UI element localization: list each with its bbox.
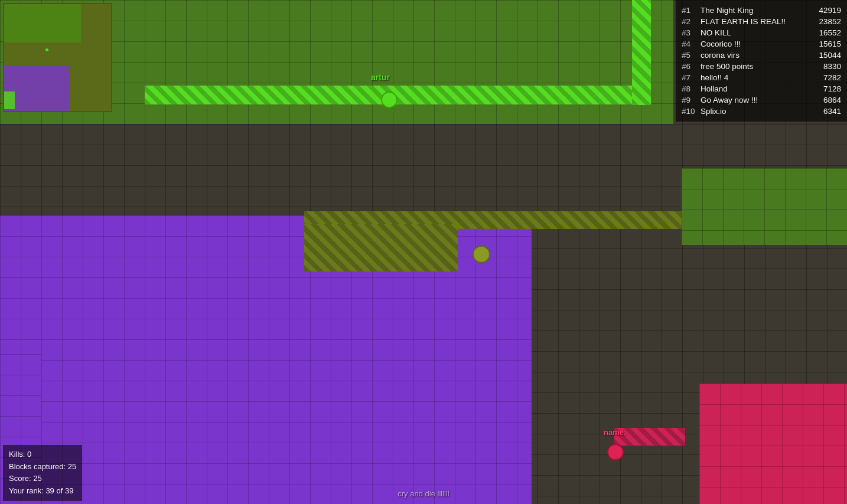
leaderboard-player-score: 16552 [812,28,841,37]
leaderboard-row: #2FLAT EARTH IS REAL!!23852 [682,16,841,27]
leaderboard-row: #5corona virs15044 [682,50,841,61]
stats-panel: Kills: 0 Blocks captured: 25 Score: 25 Y… [3,445,82,501]
green-territory-right [682,168,847,245]
rank-stat: Your rank: 39 of 39 [9,485,76,498]
leaderboard-row: #6free 500 points8330 [682,61,841,72]
leaderboard-player-score: 6864 [812,96,841,104]
minimap-player-dot [45,48,48,51]
leaderboard-player-name: The Night King [701,6,812,15]
leaderboard-rank: #6 [682,62,701,71]
leaderboard-row: #9Go Away now !!!6864 [682,94,841,106]
leaderboard-player-score: 15044 [812,51,841,60]
leaderboard-rank: #2 [682,17,701,26]
green-snake-head [381,91,398,108]
red-territory [699,384,847,504]
leaderboard-player-name: NO KILL [701,28,812,37]
leaderboard-rank: #1 [682,6,701,15]
leaderboard-rank: #5 [682,51,701,60]
minimap [3,3,112,112]
leaderboard-player-name: free 500 points [701,62,812,71]
chat-message: cry and die lllllll [398,489,449,498]
blocks-stat: Blocks captured: 25 [9,461,76,473]
leaderboard-row: #1The Night King42919 [682,5,841,16]
leaderboard-player-name: corona virs [701,51,812,60]
leaderboard-rank: #7 [682,73,701,82]
leaderboard-row: #8Holland7128 [682,83,841,94]
leaderboard-player-name: Splix.io [701,107,812,116]
leaderboard-rank: #4 [682,40,701,48]
leaderboard-rank: #3 [682,28,701,37]
player-label-name: name. [604,428,626,437]
olive-snake-head [473,246,490,263]
leaderboard-rank: #9 [682,96,701,104]
leaderboard-panel: #1The Night King42919#2FLAT EARTH IS REA… [676,0,847,122]
leaderboard-player-name: Go Away now !!! [701,96,812,104]
leaderboard-player-score: 8330 [812,62,841,71]
leaderboard-rank: #10 [682,107,701,116]
leaderboard-player-name: FLAT EARTH IS REAL!! [701,17,812,26]
kills-stat: Kills: 0 [9,449,76,461]
minimap-green-territory [4,4,81,42]
leaderboard-player-name: Holland [701,84,812,93]
green-trail-vertical [632,0,651,105]
minimap-inner [4,4,111,111]
leaderboard-rank: #8 [682,84,701,93]
leaderboard-row: #3NO KILL16552 [682,27,841,38]
leaderboard-player-score: 42919 [812,6,841,15]
leaderboard-player-name: hello!! 4 [701,73,812,82]
leaderboard-player-score: 7128 [812,84,841,93]
minimap-green2-territory [4,91,15,109]
leaderboard-player-score: 23852 [812,17,841,26]
player-label-artur: artur [371,73,390,82]
leaderboard-row: #7hello!! 47282 [682,72,841,83]
leaderboard-row: #4Cocorico !!!15615 [682,38,841,50]
leaderboard-player-score: 7282 [812,73,841,82]
leaderboard-player-score: 15615 [812,40,841,48]
olive-trail-box [304,224,458,271]
leaderboard-player-name: Cocorico !!! [701,40,812,48]
score-stat: Score: 25 [9,473,76,485]
leaderboard-row: #10Splix.io6341 [682,106,841,117]
leaderboard-player-score: 6341 [812,107,841,116]
red-snake-head [607,444,624,460]
